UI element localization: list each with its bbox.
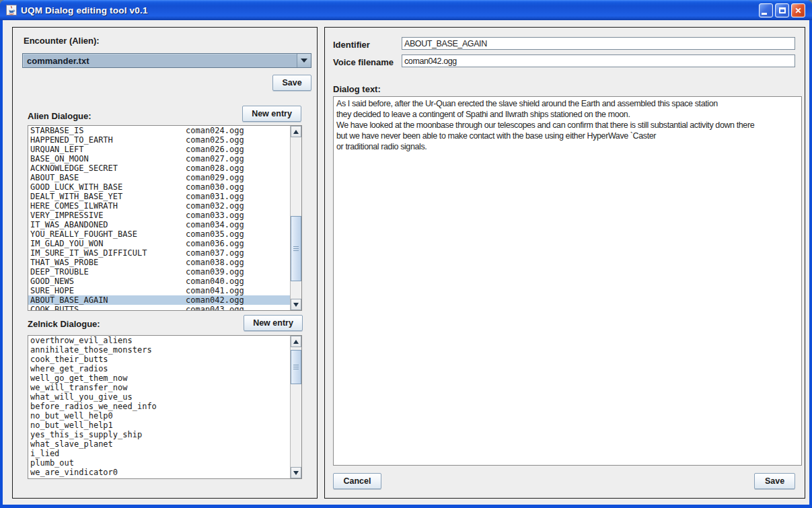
alien-dialogue-row[interactable]: COOK_BUTTScoman043.ogg: [28, 305, 290, 310]
scrollbar-thumb[interactable]: [291, 350, 301, 384]
alien-dialogue-row[interactable]: GOOD_NEWScoman040.ogg: [28, 277, 290, 286]
encounter-combobox-value: commander.txt: [23, 56, 297, 66]
entry-identifier: HERE_COMES_ILWRATH: [30, 201, 118, 211]
entry-identifier: HAPPENED_TO_EARTH: [30, 135, 113, 145]
entry-voice-file: coman031.ogg: [186, 192, 244, 201]
entry-voice-file: coman041.ogg: [186, 286, 244, 295]
zelnick-dialogue-row[interactable]: we_will_transfer_now: [28, 383, 290, 392]
alien-list-scrollbar[interactable]: [290, 126, 301, 310]
chevron-down-icon: [301, 59, 307, 63]
entry-identifier: BASE_ON_MOON: [30, 154, 89, 164]
alien-dialogue-row[interactable]: THAT_WAS_PROBEcoman038.ogg: [28, 258, 290, 267]
encounter-panel: Encounter (Alien): commander.txt Save Al…: [12, 27, 318, 499]
cancel-button[interactable]: Cancel: [333, 473, 381, 489]
entry-identifier: where_get_radios: [30, 364, 108, 373]
maximize-button[interactable]: [775, 3, 789, 17]
alien-dialogue-row[interactable]: GOOD_LUCK_WITH_BASEcoman030.ogg: [28, 182, 290, 192]
zelnick-dialogue-row[interactable]: annihilate_those_monsters: [28, 345, 290, 355]
entry-identifier: what_will_you_give_us: [30, 392, 133, 402]
entry-voice-file: coman040.ogg: [186, 277, 244, 286]
scroll-up-button[interactable]: [291, 336, 301, 347]
zelnick-dialogue-row[interactable]: plumb_out: [28, 458, 290, 468]
entry-identifier: SURE_HOPE: [30, 286, 74, 295]
alien-dialogue-row[interactable]: HERE_COMES_ILWRATHcoman032.ogg: [28, 201, 290, 211]
entry-identifier: yes_this_is_supply_ship: [30, 430, 142, 439]
editor-save-button[interactable]: Save: [754, 473, 795, 489]
alien-dialogue-row[interactable]: ABOUT_BASEcoman029.ogg: [28, 173, 290, 182]
identifier-label: Identifier: [333, 40, 370, 50]
entry-identifier: GOOD_LUCK_WITH_BASE: [30, 182, 122, 192]
zelnick-dialogue-row[interactable]: cook_their_butts: [28, 355, 290, 364]
voice-filename-input[interactable]: [402, 55, 795, 67]
editor-panel: Identifier Voice filename Dialog text: A…: [324, 27, 805, 499]
titlebar[interactable]: UQM Dialog editing tool v0.1 ✕: [0, 0, 812, 20]
zelnick-list-scrollbar[interactable]: [290, 336, 301, 478]
encounter-save-button[interactable]: Save: [272, 75, 311, 91]
zelnick-dialogue-row[interactable]: no_but_well_help0: [28, 411, 290, 421]
entry-identifier: COOK_BUTTS: [30, 305, 79, 310]
entry-identifier: IM_SURE_IT_WAS_DIFFICULT: [30, 248, 147, 258]
entry-voice-file: coman032.ogg: [186, 201, 244, 211]
entry-voice-file: coman027.ogg: [186, 154, 244, 164]
entry-identifier: DEALT_WITH_BASE_YET: [30, 192, 122, 201]
java-app-icon: [6, 5, 17, 15]
alien-new-entry-button[interactable]: New entry: [242, 106, 301, 122]
alien-dialogue-list-rows: STARBASE_IScoman024.oggHAPPENED_TO_EARTH…: [28, 126, 290, 310]
combobox-arrow-button[interactable]: [297, 54, 311, 67]
zelnick-dialogue-row[interactable]: before_radios_we_need_info: [28, 402, 290, 411]
entry-identifier: GOOD_NEWS: [30, 277, 74, 286]
scroll-up-button[interactable]: [291, 126, 301, 137]
minimize-button[interactable]: [759, 3, 773, 17]
alien-dialogue-row[interactable]: VERY_IMPRESSIVEcoman033.ogg: [28, 211, 290, 220]
alien-dialogue-row[interactable]: BASE_ON_MOONcoman027.ogg: [28, 154, 290, 164]
alien-dialogue-row[interactable]: IT_WAS_ABANDONEDcoman034.ogg: [28, 220, 290, 229]
close-icon: ✕: [795, 7, 801, 15]
alien-dialogue-row[interactable]: SURE_HOPEcoman041.ogg: [28, 286, 290, 295]
alien-dialogue-row[interactable]: DEEP_TROUBLEcoman039.ogg: [28, 267, 290, 277]
zelnick-dialogue-list-rows: overthrow_evil_aliensannihilate_those_mo…: [28, 336, 290, 478]
zelnick-dialogue-row[interactable]: overthrow_evil_aliens: [28, 336, 290, 345]
zelnick-new-entry-button[interactable]: New entry: [244, 315, 303, 331]
entry-identifier: IT_WAS_ABANDONED: [30, 220, 108, 229]
alien-dialogue-row[interactable]: URQUAN_LEFTcoman026.ogg: [28, 145, 290, 154]
dialog-text-area[interactable]: As I said before, after the Ur-Quan erec…: [333, 96, 802, 466]
app-window: UQM Dialog editing tool v0.1 ✕ Encounter…: [0, 0, 812, 508]
alien-dialogue-list: STARBASE_IScoman024.oggHAPPENED_TO_EARTH…: [28, 125, 302, 311]
entry-identifier: THAT_WAS_PROBE: [30, 258, 98, 267]
alien-dialogue-row[interactable]: ACKNOWLEDGE_SECRETcoman028.ogg: [28, 164, 290, 173]
identifier-input[interactable]: [402, 37, 795, 50]
zelnick-dialogue-row[interactable]: we_are_vindicator0: [28, 468, 290, 477]
entry-voice-file: coman028.ogg: [186, 164, 244, 173]
zelnick-dialogue-row[interactable]: where_get_radios: [28, 364, 290, 373]
alien-dialogue-row[interactable]: ABOUT_BASE_AGAINcoman042.ogg: [28, 295, 290, 305]
entry-voice-file: coman030.ogg: [186, 182, 244, 192]
zelnick-dialogue-list: overthrow_evil_aliensannihilate_those_mo…: [28, 335, 302, 479]
entry-voice-file: coman036.ogg: [186, 239, 244, 248]
entry-voice-file: coman043.ogg: [186, 305, 244, 310]
zelnick-dialogue-row[interactable]: yes_this_is_supply_ship: [28, 430, 290, 439]
alien-dialogue-row[interactable]: IM_SURE_IT_WAS_DIFFICULTcoman037.ogg: [28, 248, 290, 258]
maximize-icon: [779, 7, 786, 13]
alien-dialogue-row[interactable]: YOU_REALLY_FOUGHT_BASEcoman035.ogg: [28, 229, 290, 239]
zelnick-dialogue-row[interactable]: well_go_get_them_now: [28, 373, 290, 383]
zelnick-dialogue-row[interactable]: i_lied: [28, 449, 290, 458]
alien-dialogue-row[interactable]: IM_GLAD_YOU_WONcoman036.ogg: [28, 239, 290, 248]
zelnick-dialogue-label: Zelnick Dialogue:: [28, 319, 100, 329]
entry-identifier: annihilate_those_monsters: [30, 345, 152, 355]
close-button[interactable]: ✕: [791, 3, 805, 17]
alien-dialogue-row[interactable]: HAPPENED_TO_EARTHcoman025.ogg: [28, 135, 290, 145]
alien-dialogue-row[interactable]: DEALT_WITH_BASE_YETcoman031.ogg: [28, 192, 290, 201]
scrollbar-thumb[interactable]: [291, 216, 301, 281]
arrow-up-icon: [293, 130, 299, 134]
alien-dialogue-row[interactable]: STARBASE_IScoman024.ogg: [28, 126, 290, 135]
zelnick-dialogue-row[interactable]: no_but_well_help1: [28, 421, 290, 430]
zelnick-dialogue-row[interactable]: what_slave_planet: [28, 439, 290, 449]
entry-identifier: STARBASE_IS: [30, 126, 83, 135]
zelnick-dialogue-row[interactable]: what_will_you_give_us: [28, 392, 290, 402]
entry-identifier: we_are_vindicator0: [30, 468, 118, 477]
scroll-down-button[interactable]: [291, 299, 301, 310]
entry-identifier: overthrow_evil_aliens: [30, 336, 133, 345]
entry-identifier: before_radios_we_need_info: [30, 402, 157, 411]
scroll-down-button[interactable]: [291, 467, 301, 478]
encounter-combobox[interactable]: commander.txt: [22, 53, 311, 68]
